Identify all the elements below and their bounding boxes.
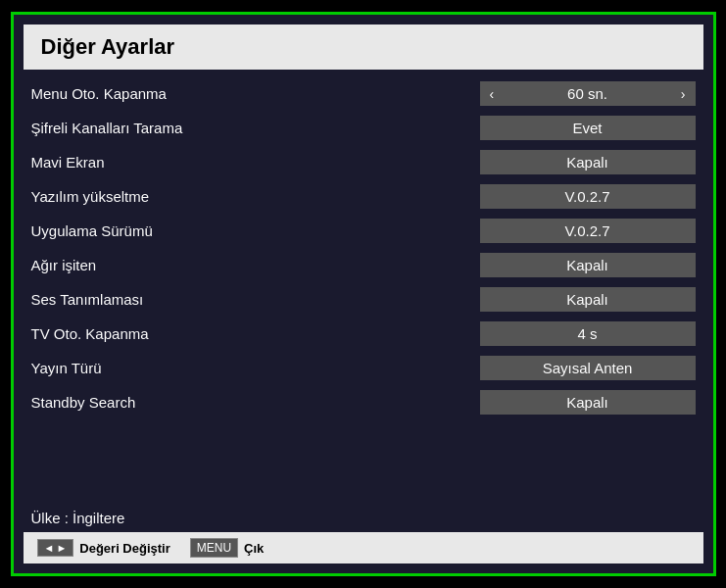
menu-row-label: Ses Tanımlaması xyxy=(31,291,480,308)
menu-row-label: TV Oto. Kapanma xyxy=(31,325,480,342)
menu-row-label: Şifreli Kanalları Tarama xyxy=(31,120,480,136)
menu-row-label: Uygulama Sürümü xyxy=(31,222,480,239)
menu-row-label: Menu Oto. Kapanma xyxy=(31,85,480,102)
menu-row-value: Evet xyxy=(480,116,696,140)
exit-label: Çık xyxy=(244,541,264,556)
menu-row-label: Mavi Ekran xyxy=(31,154,480,171)
screen: Diğer Ayarlar Menu Oto. Kapanma‹60 sn.›Ş… xyxy=(11,12,716,576)
menu-row: Standby SearchKapalı xyxy=(31,386,696,418)
menu-row-label: Ağır işiten xyxy=(31,257,480,273)
left-arrow-icon[interactable]: ‹ xyxy=(490,86,495,102)
menu-row: Yayın TürüSayısal Anten xyxy=(31,352,696,384)
menu-row-label: Yazılım yükseltme xyxy=(31,188,480,205)
nav-label: Değeri Değiştir xyxy=(79,541,169,556)
menu-row: Menu Oto. Kapanma‹60 sn.› xyxy=(31,77,696,110)
menu-row-label: Yayın Türü xyxy=(31,360,480,376)
menu-row: Şifreli Kanalları TaramaEvet xyxy=(31,112,696,144)
menu-row-value: Kapalı xyxy=(480,287,696,312)
menu-row-value: 4 s xyxy=(480,321,696,346)
menu-row-value: Sayısal Anten xyxy=(480,356,696,380)
menu-row: Ses TanımlamasıKapalı xyxy=(31,283,696,316)
menu-row: TV Oto. Kapanma4 s xyxy=(31,318,696,350)
left-arrow-icon: ◄ xyxy=(44,542,55,554)
menu-row-value[interactable]: ‹60 sn.› xyxy=(480,81,696,106)
menu-row-value: V.0.2.7 xyxy=(480,184,696,209)
menu-row-value: Kapalı xyxy=(480,390,696,415)
menu-row: Ağır işitenKapalı xyxy=(31,249,696,281)
country-label: Ülke : İngiltere xyxy=(31,510,125,526)
title-bar: Diğer Ayarlar xyxy=(24,24,703,70)
menu-row-value: Kapalı xyxy=(480,253,696,277)
value-text: 60 sn. xyxy=(567,85,607,102)
country-section: Ülke : İngiltere xyxy=(14,498,713,532)
menu-row: Uygulama SürümüV.0.2.7 xyxy=(31,215,696,247)
menu-row-value: V.0.2.7 xyxy=(480,219,696,243)
menu-row: Yazılım yükseltmeV.0.2.7 xyxy=(31,180,696,213)
menu-content: Menu Oto. Kapanma‹60 sn.›Şifreli Kanalla… xyxy=(14,70,713,498)
right-arrow-icon: ► xyxy=(56,542,67,554)
footer: ◄ ► Değeri Değiştir MENU Çık xyxy=(24,532,703,564)
menu-button[interactable]: MENU xyxy=(190,538,238,558)
menu-row: Mavi EkranKapalı xyxy=(31,146,696,178)
menu-row-label: Standby Search xyxy=(31,394,480,411)
page-title: Diğer Ayarlar xyxy=(41,34,686,60)
menu-row-value: Kapalı xyxy=(480,150,696,174)
nav-buttons[interactable]: ◄ ► xyxy=(37,539,74,557)
right-arrow-icon[interactable]: › xyxy=(681,86,686,102)
